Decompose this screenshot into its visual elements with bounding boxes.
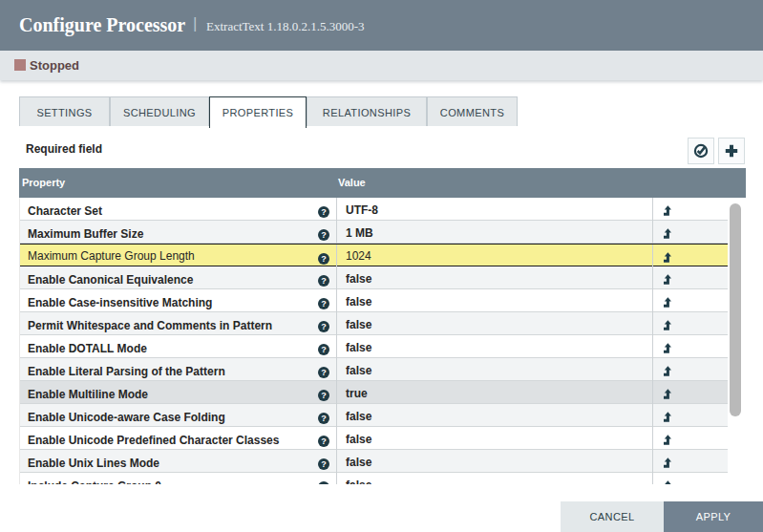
svg-text:?: ? (321, 368, 327, 377)
svg-text:?: ? (321, 276, 327, 286)
svg-text:?: ? (321, 207, 327, 217)
svg-text:?: ? (321, 299, 327, 309)
svg-text:?: ? (321, 345, 327, 354)
svg-text:?: ? (321, 254, 327, 264)
svg-text:?: ? (321, 459, 327, 469)
svg-text:?: ? (321, 230, 327, 240)
svg-text:?: ? (321, 391, 327, 400)
svg-text:?: ? (321, 482, 327, 484)
svg-text:?: ? (321, 322, 327, 331)
svg-text:?: ? (321, 414, 327, 423)
svg-text:?: ? (321, 436, 327, 446)
